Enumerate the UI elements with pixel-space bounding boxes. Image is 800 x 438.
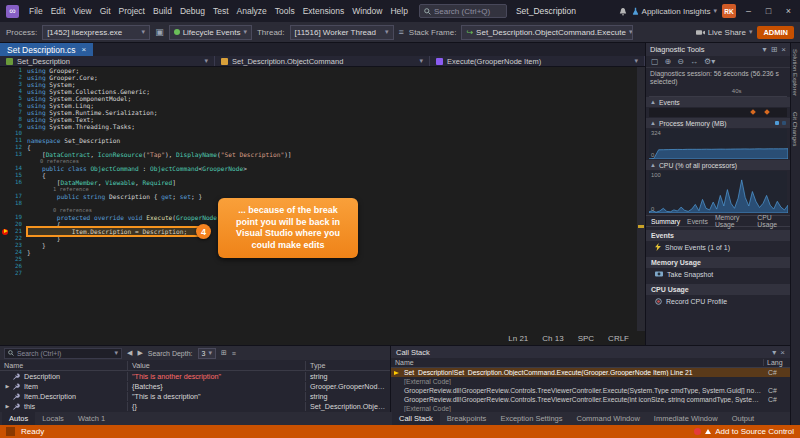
- search-forward-icon[interactable]: ▶: [137, 349, 142, 357]
- breakpoint-margin[interactable]: [0, 165, 13, 172]
- close-panel-icon[interactable]: ×: [780, 348, 785, 357]
- menu-project[interactable]: Project: [115, 4, 149, 18]
- column-lang[interactable]: Lang: [764, 359, 790, 366]
- callstack-frame[interactable]: GrooperReview.dll!GrooperReview.Controls…: [391, 395, 790, 404]
- zoom-out-icon[interactable]: ⊖: [677, 57, 684, 66]
- code-line[interactable]: 7using System.Runtime.Serialization;: [0, 109, 645, 116]
- maximize-button[interactable]: □: [761, 6, 776, 16]
- breakpoint-margin[interactable]: [0, 109, 13, 116]
- breakpoint-margin[interactable]: [0, 242, 13, 249]
- thread-dropdown[interactable]: [11516] Worker Thread ▾: [290, 25, 394, 40]
- code-line[interactable]: 5using System.ComponentModel;: [0, 95, 645, 102]
- breakpoint-margin[interactable]: [0, 228, 13, 235]
- callstack-frame[interactable]: GrooperReview.dll!GrooperReview.Controls…: [391, 386, 790, 395]
- breakpoint-margin[interactable]: [0, 144, 13, 151]
- breakpoint-margin[interactable]: [0, 263, 13, 270]
- autos-search-input[interactable]: Search (Ctrl+I) ▾: [4, 348, 122, 359]
- document-tab[interactable]: Set Description.cs ×: [0, 43, 93, 56]
- cpu-section-header[interactable]: ▲ CPU (% of all processors): [646, 160, 790, 170]
- autos-row[interactable]: ▶Item{Batches}Grooper.GrooperNode {Gr...: [0, 381, 390, 391]
- code-line[interactable]: 8using System.Text;: [0, 116, 645, 123]
- code-line[interactable]: 15 {: [0, 172, 645, 179]
- process-dropdown[interactable]: [1452] iisexpress.exe ▾: [42, 25, 150, 40]
- variable-value[interactable]: {}: [128, 402, 306, 411]
- breakpoint-margin[interactable]: [0, 67, 13, 74]
- code-line[interactable]: 27: [0, 270, 645, 277]
- toolbar-icon[interactable]: ▣: [155, 27, 164, 37]
- zoom-in-icon[interactable]: ⊕: [665, 57, 672, 66]
- tab-autos[interactable]: Autos: [2, 412, 35, 425]
- memory-section-header[interactable]: ▲ Process Memory (MB): [646, 118, 790, 128]
- menu-edit[interactable]: Edit: [47, 4, 70, 18]
- expand-arrow-icon[interactable]: ▶: [4, 403, 11, 409]
- breadcrumb-seg-2[interactable]: Execute(GrooperNode Item)▾: [430, 56, 645, 66]
- show-events-1-of-1--link[interactable]: Show Events (1 of 1): [646, 241, 790, 254]
- window-position-icon[interactable]: ▾: [772, 348, 776, 357]
- code-line[interactable]: 3using System;: [0, 81, 645, 88]
- live-share-button[interactable]: Live Share ▾: [696, 28, 753, 37]
- select-tool-icon[interactable]: ▢: [651, 57, 659, 66]
- take-snapshot-link[interactable]: Take Snapshot: [646, 268, 790, 281]
- tab-call-stack[interactable]: Call Stack: [392, 412, 440, 425]
- breakpoint-margin[interactable]: [0, 256, 13, 263]
- breakpoint-margin[interactable]: [0, 186, 13, 193]
- breakpoint-margin[interactable]: [0, 74, 13, 81]
- code-line[interactable]: 9using System.Threading.Tasks;: [0, 123, 645, 130]
- autos-list-icon[interactable]: ≡: [232, 350, 236, 357]
- column-name[interactable]: Name: [0, 361, 128, 370]
- callstack-frame[interactable]: Set_Description!Set_Description.ObjectCo…: [391, 368, 790, 377]
- record-cpu-profile-link[interactable]: Record CPU Profile: [646, 295, 790, 308]
- tab-solution-explorer[interactable]: Solution Explorer: [792, 49, 799, 96]
- column-type[interactable]: Type: [306, 361, 390, 370]
- settings-gear-icon[interactable]: ⚙▾: [704, 57, 715, 66]
- close-button[interactable]: ×: [781, 6, 796, 16]
- background-tasks-icon[interactable]: [6, 427, 15, 436]
- diag-tab-cpu-usage[interactable]: CPU Usage: [757, 214, 785, 228]
- menu-debug[interactable]: Debug: [176, 4, 209, 18]
- column-name[interactable]: Name: [391, 359, 764, 366]
- code-line[interactable]: 4using System.Collections.Generic;: [0, 88, 645, 95]
- callstack-frame[interactable]: [External Code]: [391, 404, 790, 412]
- code-line[interactable]: 6using System.Linq;: [0, 102, 645, 109]
- reset-view-icon[interactable]: ↔: [690, 57, 698, 66]
- breakpoint-margin[interactable]: [0, 95, 13, 102]
- stack-frame-dropdown[interactable]: ↪ Set_Description.ObjectCommand.Execute …: [461, 25, 633, 40]
- breakpoint-margin[interactable]: [0, 130, 13, 137]
- column-value[interactable]: Value: [128, 361, 306, 370]
- variable-value[interactable]: {Batches}: [128, 382, 306, 391]
- autos-options-icon[interactable]: ⊞: [221, 349, 227, 357]
- code-line[interactable]: 13 [DataContract, IconResource("Tap"), D…: [0, 151, 645, 158]
- breakpoint-margin[interactable]: [0, 200, 13, 207]
- autos-row[interactable]: ▶this{}Set_Description.ObjectCo...: [0, 401, 390, 411]
- breakpoint-margin[interactable]: [0, 235, 13, 242]
- variable-value[interactable]: "This is another description": [128, 372, 306, 381]
- tab-command-window[interactable]: Command Window: [570, 412, 647, 425]
- editor-scrollbar[interactable]: [637, 67, 645, 331]
- events-track[interactable]: [649, 108, 787, 117]
- events-section-header[interactable]: ▲ Events: [646, 97, 790, 107]
- search-back-icon[interactable]: ◀: [127, 349, 132, 357]
- admin-badge[interactable]: ADMIN: [757, 26, 794, 39]
- code-line[interactable]: 14 public class ObjectCommand : ObjectCo…: [0, 165, 645, 172]
- breakpoint-margin[interactable]: [0, 207, 13, 214]
- notifications-bell-icon[interactable]: [619, 7, 627, 16]
- tab-watch-1[interactable]: Watch 1: [71, 412, 112, 425]
- memory-chart[interactable]: 324 0: [649, 129, 787, 159]
- menu-analyze[interactable]: Analyze: [233, 4, 271, 18]
- breadcrumb-seg-0[interactable]: Set_Description▾: [0, 56, 215, 66]
- user-avatar[interactable]: RK: [722, 4, 736, 18]
- menu-window[interactable]: Window: [348, 4, 386, 18]
- cpu-chart[interactable]: 100 0: [649, 171, 787, 213]
- diag-tab-events[interactable]: Events: [687, 218, 708, 225]
- code-line[interactable]: 16 [DataMember, Viewable, Required]: [0, 179, 645, 186]
- code-editor[interactable]: 1using Grooper;2using Grooper.Core;3usin…: [0, 67, 645, 331]
- autos-row[interactable]: Item.Description"This is a description"s…: [0, 391, 390, 401]
- breakpoint-margin[interactable]: [0, 158, 13, 165]
- menu-test[interactable]: Test: [209, 4, 233, 18]
- menu-extensions[interactable]: Extensions: [299, 4, 349, 18]
- diag-tab-summary[interactable]: Summary: [651, 218, 680, 225]
- callstack-frame[interactable]: [External Code]: [391, 377, 790, 386]
- breakpoint-margin[interactable]: [0, 193, 13, 200]
- breakpoint-margin[interactable]: [0, 137, 13, 144]
- close-panel-icon[interactable]: ×: [781, 45, 786, 54]
